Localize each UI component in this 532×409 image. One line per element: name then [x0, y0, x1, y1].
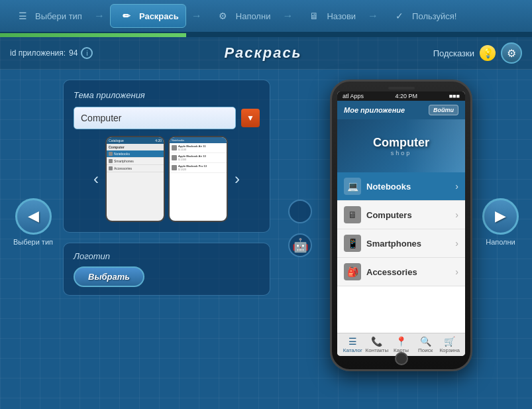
info-icon[interactable]: i — [81, 47, 93, 59]
theme-box-title: Тема приложения — [74, 90, 260, 100]
phone-carrier: atl Apps — [343, 93, 364, 99]
contacts-tab-icon: 📞 — [371, 336, 382, 347]
app-id-label: id приложения: — [10, 48, 66, 58]
tab-contacts[interactable]: 📞 Контакты — [365, 336, 388, 353]
middle-section: 🤖 — [280, 200, 320, 257]
logo-box: Логотип Выбрать — [63, 243, 270, 296]
step-5[interactable]: ✓ Пользуйся! — [384, 5, 463, 27]
logo-box-title: Логотип — [74, 251, 260, 261]
left-panel: Тема приложения Computer Fashion Food Sp… — [63, 80, 270, 404]
mini-phone-1-title: Computer — [107, 144, 164, 150]
smartphones-chevron: › — [455, 238, 458, 249]
notebooks-chevron: › — [455, 181, 458, 192]
theme-select-row: Computer Fashion Food Sports Travel ▼ — [74, 107, 260, 129]
hero-subtitle: shop — [391, 150, 412, 156]
phone-time: 4:20 PM — [396, 93, 418, 99]
nav-left-container: ◀ Выбери тип — [13, 218, 53, 246]
mini-p2-item-3: Apple Macbook Pro 13 $ 1420 — [170, 163, 227, 173]
catalog-tab-icon: ☰ — [348, 336, 357, 347]
mini-prev-arrow[interactable]: ‹ — [90, 166, 102, 192]
mini-phone-1-screen: Catalogue 4:20 Computer Notebooks Smartp… — [107, 137, 164, 221]
nav-right-container: ▶ Наполни — [482, 218, 519, 246]
notebooks-icon: 💻 — [344, 178, 361, 195]
apple-icon[interactable] — [288, 200, 312, 223]
right-phone-container: atl Apps 4:20 PM ■■■ Мое приложение Войт… — [330, 80, 472, 404]
nav-right-button[interactable]: ▶ — [482, 198, 519, 235]
accessories-label: Accessories — [366, 267, 450, 277]
phone-list-item-computers[interactable]: 🖥 Computers › — [337, 201, 465, 229]
choose-logo-button[interactable]: Выбрать — [74, 266, 144, 287]
login-button[interactable]: Войти — [429, 105, 458, 115]
hero-title: Computer — [373, 136, 429, 150]
phone-list-item-notebooks[interactable]: 💻 Notebooks › — [337, 172, 465, 201]
computers-chevron: › — [455, 209, 458, 220]
contacts-tab-label: Контакты — [366, 347, 389, 353]
big-phone: atl Apps 4:20 PM ■■■ Мое приложение Войт… — [330, 80, 472, 371]
bulb-icon[interactable]: 💡 — [480, 45, 496, 61]
hints-label: Подсказки — [433, 48, 474, 58]
settings-button[interactable]: ⚙ — [501, 42, 522, 64]
phone-screen: atl Apps 4:20 PM ■■■ Мое приложение Войт… — [337, 91, 465, 356]
computers-label: Computers — [366, 210, 450, 220]
step5-icon: ✓ — [390, 8, 409, 24]
catalog-tab-label: Каталог — [343, 347, 362, 353]
phone-list: 💻 Notebooks › 🖥 Computers › 📱 Smartphone… — [337, 172, 465, 333]
phone-hero: Computer shop — [337, 119, 465, 172]
phone-list-item-accessories[interactable]: 🎒 Accessories › — [337, 258, 465, 286]
mini-list-item-notebooks: Notebooks — [107, 150, 164, 158]
arrow2: → — [189, 10, 204, 22]
step-3[interactable]: ⚙ Наполни — [207, 5, 278, 27]
step2-icon: ✏ — [117, 8, 136, 24]
accessories-icon: 🎒 — [344, 263, 361, 280]
page-title: Раскрась — [93, 44, 433, 62]
step-4[interactable]: 🖥 Назови — [298, 5, 362, 27]
step4-label: Назови — [327, 11, 356, 21]
notebooks-label: Notebooks — [366, 182, 450, 192]
arrow3: → — [280, 10, 295, 22]
step4-icon: 🖥 — [305, 8, 323, 24]
tab-cart[interactable]: 🛒 Корзина — [438, 336, 461, 353]
smartphones-icon: 📱 — [344, 235, 361, 252]
top-navigation-bar: ☰ Выбери тип → ✏ Раскрась → ⚙ Наполни → … — [0, 0, 532, 33]
nav-left-button[interactable]: ◀ — [15, 198, 52, 235]
cart-tab-label: Корзина — [439, 347, 459, 353]
mini-list-item-accessories: Accessories — [107, 165, 164, 172]
step1-label: Выбери тип — [35, 11, 82, 21]
mini-next-arrow[interactable]: › — [231, 166, 243, 192]
tab-catalog[interactable]: ☰ Каталог — [341, 336, 364, 353]
phone-battery: ■■■ — [449, 93, 460, 99]
step3-icon: ⚙ — [214, 8, 233, 24]
home-button[interactable] — [395, 352, 408, 365]
android-icon[interactable]: 🤖 — [288, 233, 312, 257]
app-id-value: 94 — [69, 48, 78, 58]
select-arrow-icon[interactable]: ▼ — [241, 109, 260, 127]
app-id-section: id приложения: 94 i — [10, 47, 93, 59]
mini-phone-2: Notebooks Apple Macbook Air 11 $ 1100 — [168, 136, 228, 222]
subtitle-bar: id приложения: 94 i Раскрась Подсказки 💡… — [0, 37, 532, 70]
mini-phone-1: Catalogue 4:20 Computer Notebooks Smartp… — [105, 136, 165, 222]
step3-label: Наполни — [236, 11, 271, 21]
theme-box: Тема приложения Computer Fashion Food Sp… — [63, 80, 270, 233]
tab-search[interactable]: 🔍 Поиск — [414, 336, 437, 353]
accessories-chevron: › — [455, 266, 458, 277]
step-2-active[interactable]: ✏ Раскрась — [110, 4, 186, 28]
cart-tab-icon: 🛒 — [444, 336, 455, 347]
mini-p2-item-2: Apple Macbook Air 13 $ 1300 — [170, 153, 227, 163]
phone-status-bar: atl Apps 4:20 PM ■■■ — [337, 91, 465, 101]
mini-phone-2-screen: Notebooks Apple Macbook Air 11 $ 1100 — [170, 137, 227, 221]
phone-app-title: Мое приложение — [344, 106, 405, 114]
phone-nav-bar: Мое приложение Войти — [337, 101, 465, 119]
tab-maps[interactable]: 📍 Карты — [390, 336, 413, 353]
arrow4: → — [366, 10, 380, 22]
search-tab-icon: 🔍 — [420, 336, 431, 347]
phone-list-item-smartphones[interactable]: 📱 Smartphones › — [337, 229, 465, 258]
step-1[interactable]: ☰ Выбери тип — [7, 5, 89, 27]
mini-phone-1-header: Catalogue 4:20 — [107, 137, 164, 144]
mini-preview-area: ‹ Catalogue 4:20 Computer Notebooks — [74, 136, 260, 222]
theme-select-dropdown[interactable]: Computer Fashion Food Sports Travel — [74, 107, 236, 129]
arrow1: → — [92, 10, 107, 22]
phone-speaker — [388, 87, 415, 89]
step5-label: Пользуйся! — [412, 11, 456, 21]
step1-icon: ☰ — [13, 8, 32, 24]
mini-phone-2-header: Notebooks — [170, 137, 227, 143]
